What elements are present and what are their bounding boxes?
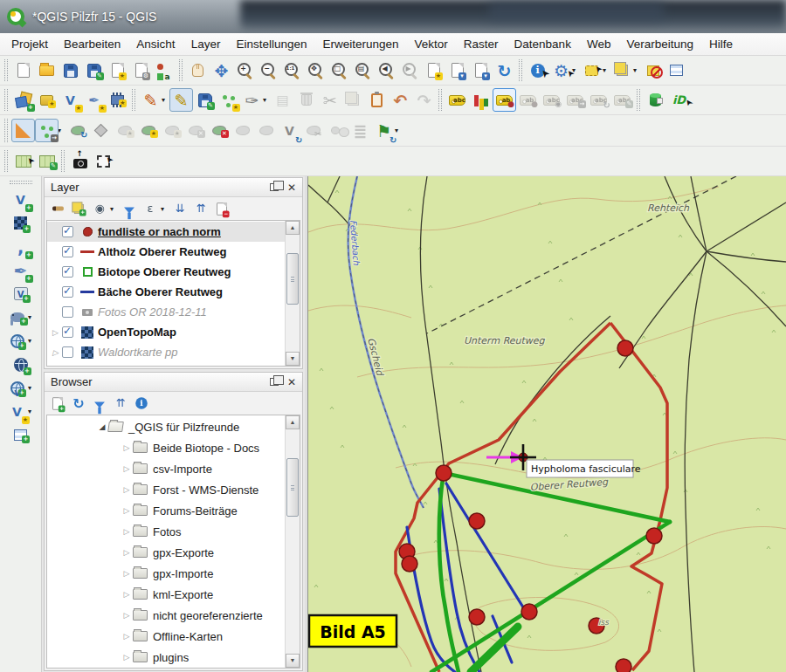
expand-icon[interactable] bbox=[50, 348, 61, 357]
photo-tools-toolbar-drag-handle[interactable] bbox=[61, 150, 65, 172]
new-geopackage-layer-button[interactable] bbox=[35, 88, 59, 112]
toggle-editing-button[interactable]: ✎ bbox=[169, 88, 193, 112]
layer-panel-close-button[interactable] bbox=[287, 182, 296, 193]
layer-item[interactable]: Fotos OR 2018-12-11 bbox=[47, 302, 285, 322]
add-spatialite-layer-button[interactable]: ✒ bbox=[9, 258, 32, 282]
delete-part-button[interactable] bbox=[207, 119, 231, 142]
scrollbar-thumb[interactable] bbox=[286, 458, 299, 517]
browser-folder-item[interactable]: kml-Exporte bbox=[47, 584, 285, 605]
deselect-all-button[interactable] bbox=[641, 58, 665, 82]
id-editor-button[interactable]: iD bbox=[667, 88, 691, 112]
new-virtual-layer-button[interactable] bbox=[106, 88, 129, 112]
save-project-as-button[interactable] bbox=[82, 58, 106, 82]
new-shapefile-button[interactable]: V bbox=[59, 88, 82, 112]
style-manager-button[interactable] bbox=[153, 58, 176, 82]
expand-icon[interactable] bbox=[50, 328, 61, 337]
layer-visibility-checkbox[interactable] bbox=[62, 306, 73, 318]
browser-folder-item[interactable]: Forums-Beiträge bbox=[47, 500, 285, 521]
simplify-feature-button[interactable] bbox=[89, 119, 113, 142]
save-layer-edits-button[interactable] bbox=[193, 88, 217, 112]
identify-features-button[interactable]: i bbox=[526, 58, 549, 82]
refresh-map-button[interactable]: ↻ bbox=[493, 58, 516, 82]
new-geopackage-table-button[interactable] bbox=[9, 423, 32, 447]
new-print-layout-button[interactable] bbox=[106, 58, 129, 82]
show-bookmarks-button[interactable] bbox=[445, 58, 469, 82]
browser-folder-item[interactable]: gpx-Importe bbox=[47, 563, 285, 584]
rotate-feature-button[interactable] bbox=[66, 119, 89, 142]
add-wfs-layer-button[interactable]: V bbox=[5, 376, 29, 400]
layer-item[interactable]: Biotope Oberer Reutweg bbox=[47, 262, 285, 282]
layer-list-scrollbar[interactable]: ▲ ▼ bbox=[285, 221, 300, 366]
add-wfs-layer-dropdown-icon[interactable] bbox=[28, 384, 36, 392]
zoom-to-layer-button[interactable]: ▤ bbox=[351, 58, 375, 82]
rotate-point-symbols-dropdown-icon[interactable] bbox=[395, 127, 403, 134]
expand-icon[interactable] bbox=[121, 485, 133, 494]
layer-labeling-button[interactable]: abc bbox=[445, 88, 469, 112]
toolbar-drag-handle[interactable] bbox=[10, 181, 32, 184]
menu-hilfe[interactable]: Hilfe bbox=[701, 35, 741, 53]
layer-panel-float-button[interactable] bbox=[270, 183, 279, 191]
layer-visibility-checkbox[interactable] bbox=[62, 326, 73, 338]
layer-item[interactable]: Bäche Oberer Reutweg bbox=[47, 282, 285, 302]
move-feature-dropdown-icon[interactable] bbox=[58, 127, 66, 134]
filter-by-expression-dropdown-icon[interactable] bbox=[161, 205, 169, 213]
new-spatialite-button[interactable]: ✒ bbox=[82, 88, 106, 112]
new-bookmark-button[interactable] bbox=[422, 58, 445, 82]
zoom-in-button[interactable]: + bbox=[233, 58, 257, 82]
current-edits-dropdown-icon[interactable] bbox=[162, 96, 169, 104]
browser-panel-close-button[interactable] bbox=[287, 377, 296, 387]
zoom-out-button[interactable]: − bbox=[257, 58, 280, 82]
capture-map-region-button[interactable] bbox=[92, 149, 115, 173]
expand-all-button[interactable]: ⇊ bbox=[170, 199, 190, 218]
filter-legend-button[interactable] bbox=[120, 199, 139, 218]
zoom-native-button[interactable]: 1:1 bbox=[280, 58, 304, 82]
scroll-up-icon[interactable]: ▲ bbox=[286, 415, 300, 429]
layer-item[interactable]: Altholz Oberer Reutweg bbox=[47, 242, 285, 262]
select-by-value-dropdown-icon[interactable] bbox=[633, 66, 641, 74]
vertex-tool-dropdown-icon[interactable] bbox=[263, 96, 271, 104]
point-feature[interactable] bbox=[436, 465, 452, 481]
menu-erweiterungen[interactable]: Erweiterungen bbox=[314, 35, 406, 53]
offline-editing-button[interactable] bbox=[644, 88, 667, 112]
expand-icon[interactable] bbox=[121, 569, 133, 578]
data-source-manager-button[interactable] bbox=[11, 88, 35, 112]
browser-panel-titlebar[interactable]: Browser bbox=[45, 373, 302, 392]
point-feature[interactable] bbox=[521, 604, 537, 620]
menu-einstellungen[interactable]: Einstellungen bbox=[228, 35, 314, 53]
browser-folder-item[interactable]: nicht georeferenzierte bbox=[47, 605, 285, 626]
menu-raster[interactable]: Raster bbox=[456, 35, 507, 53]
scroll-down-icon[interactable]: ▼ bbox=[286, 352, 300, 366]
add-selected-layers-button[interactable] bbox=[48, 394, 67, 413]
pan-to-selection-button[interactable]: ✥ bbox=[210, 58, 233, 82]
browser-folder-item[interactable]: Forst - WMS-Dienste bbox=[47, 479, 285, 500]
browser-folder-item[interactable]: Fotos bbox=[47, 521, 285, 542]
project-toolbar-drag-handle[interactable] bbox=[4, 59, 8, 81]
browser-folder-item[interactable]: csv-Importe bbox=[47, 458, 285, 479]
add-virtual-layer-button[interactable]: V bbox=[9, 282, 32, 305]
expand-icon[interactable] bbox=[121, 611, 133, 620]
expand-icon[interactable] bbox=[121, 548, 133, 557]
add-vector-layer-button[interactable]: V bbox=[9, 188, 32, 211]
current-edits-button[interactable]: ✎ bbox=[139, 88, 162, 112]
refresh-browser-button[interactable]: ↻ bbox=[69, 394, 88, 413]
layer-visibility-checkbox[interactable] bbox=[62, 286, 73, 298]
map-annotation-tool-button[interactable] bbox=[35, 149, 59, 173]
point-feature[interactable] bbox=[617, 340, 633, 356]
browser-properties-button[interactable]: i bbox=[132, 394, 151, 413]
layer-item[interactable]: Waldortkarte pp bbox=[47, 342, 285, 362]
pin-labels-button[interactable]: ab bbox=[493, 88, 516, 112]
undo-button[interactable]: ↶ bbox=[389, 88, 412, 112]
manage-map-themes-button[interactable]: ◉ bbox=[90, 199, 109, 218]
plugin-toolbar-drag-handle[interactable] bbox=[637, 89, 640, 111]
menu-layer[interactable]: Layer bbox=[183, 35, 229, 53]
layer-panel-titlebar[interactable]: Layer bbox=[45, 178, 302, 197]
add-postgis-layer-button[interactable] bbox=[5, 305, 29, 329]
add-group-button[interactable] bbox=[69, 199, 88, 218]
point-feature[interactable] bbox=[402, 556, 417, 572]
add-raster-layer-button[interactable] bbox=[9, 211, 32, 235]
layer-item[interactable]: fundliste or nach norm bbox=[47, 222, 285, 242]
new-shapefile-layer-button[interactable]: V bbox=[5, 400, 29, 423]
expand-icon[interactable] bbox=[121, 632, 133, 641]
save-project-button[interactable] bbox=[59, 58, 82, 82]
layer-visibility-checkbox[interactable] bbox=[62, 266, 73, 278]
